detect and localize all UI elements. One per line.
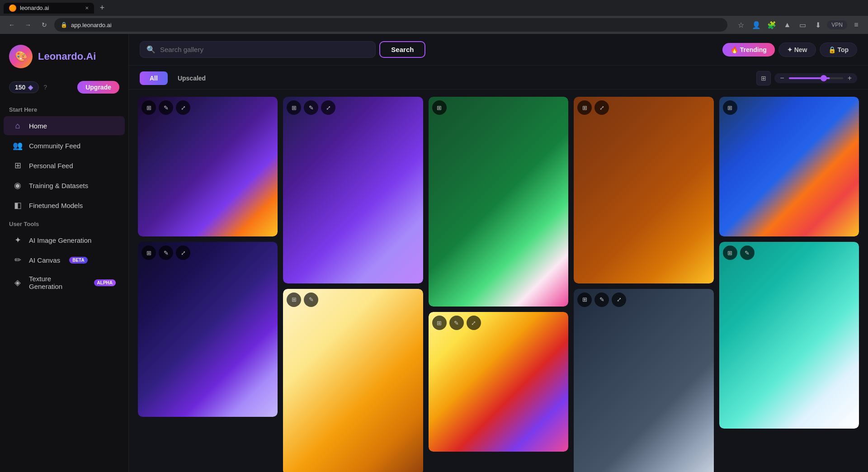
sidebar-item-personal-label: Personal Feed <box>29 162 73 170</box>
zoom-slider-container: − + <box>774 73 857 83</box>
top-tab[interactable]: 🔒 Top <box>820 42 858 57</box>
gallery-item-woman[interactable]: ⊞ ✎ ⤢ <box>283 97 423 283</box>
search-input-wrap[interactable]: 🔍 <box>140 41 376 58</box>
edit-btn-3[interactable]: ✎ <box>304 100 318 115</box>
triangle-btn[interactable]: ▲ <box>781 19 793 31</box>
grid-btn-2[interactable]: ⊞ <box>142 245 156 260</box>
sidebar-item-ai-canvas[interactable]: ✏ AI Canvas BETA <box>4 250 125 269</box>
profile-btn[interactable]: 👤 <box>750 19 763 31</box>
gallery-item-dog[interactable]: ⊞ ✎ <box>283 289 423 472</box>
grid-btn-9[interactable]: ⊞ <box>723 100 737 115</box>
sidebar-item-finetuned[interactable]: ◧ Finetuned Models <box>4 196 125 215</box>
vpn-badge[interactable]: VPN <box>827 20 847 29</box>
sidebar-item-finetuned-label: Finetuned Models <box>29 202 83 209</box>
gallery-item-hieroglyphs[interactable]: ⊞ ⤢ <box>574 97 713 283</box>
save-btn[interactable]: ⬇ <box>811 19 824 31</box>
zoom-minus-btn[interactable]: − <box>779 74 785 82</box>
sidebar-item-ai-canvas-label: AI Canvas <box>29 256 60 264</box>
credits-row: 150 ◈ ? Upgrade <box>0 77 128 101</box>
search-input[interactable] <box>160 46 369 53</box>
expand-btn-6[interactable]: ⤢ <box>467 316 481 330</box>
grid-btn-8[interactable]: ⊞ <box>577 293 592 307</box>
new-tab[interactable]: ✦ New <box>778 42 816 57</box>
extension-btn[interactable]: 🧩 <box>765 19 778 31</box>
ai-image-icon: ✦ <box>13 235 23 245</box>
training-icon: ◉ <box>13 180 23 190</box>
credits-help-icon[interactable]: ? <box>43 84 47 91</box>
active-tab[interactable]: 🟠 leonardo.ai × <box>4 3 94 14</box>
sidebar-item-ai-image-label: AI Image Generation <box>29 236 91 244</box>
beta-badge: BETA <box>69 257 87 264</box>
zoom-plus-btn[interactable]: + <box>847 74 853 82</box>
new-tab-btn[interactable]: + <box>96 2 108 14</box>
upscaled-tab[interactable]: Upscaled <box>168 71 216 85</box>
sidebar-item-home[interactable]: ⌂ Home <box>4 116 125 135</box>
edit-btn-2[interactable]: ✎ <box>159 245 173 260</box>
overlay-lion: ⊞ ✎ ⤢ <box>432 316 481 330</box>
credits-icon: ◈ <box>28 84 33 91</box>
grid-btn-5[interactable]: ⊞ <box>432 100 447 115</box>
sidebar-item-community-feed[interactable]: 👥 Community Feed <box>4 136 125 155</box>
grid-view-btn[interactable]: ⊞ <box>756 71 771 85</box>
overlay-tree: ⊞ ✎ ⤢ <box>142 245 190 260</box>
edit-btn-10[interactable]: ✎ <box>740 245 755 260</box>
expand-btn-1[interactable]: ⤢ <box>176 100 190 115</box>
ai-canvas-icon: ✏ <box>13 255 23 265</box>
sidebar-item-personal-feed[interactable]: ⊞ Personal Feed <box>4 156 125 175</box>
search-button[interactable]: Search <box>379 41 425 58</box>
back-btn[interactable]: ← <box>5 19 18 31</box>
edit-btn-1[interactable]: ✎ <box>159 100 173 115</box>
expand-btn-2[interactable]: ⤢ <box>176 245 190 260</box>
trending-tab[interactable]: 🔥 Trending <box>722 43 775 57</box>
search-container: 🔍 Search <box>140 41 425 58</box>
gallery-item-tree[interactable]: ⊞ ✎ ⤢ <box>138 242 278 417</box>
overlay-warrior: ⊞ ✎ ⤢ <box>577 293 626 307</box>
gallery-item-pinkgirl[interactable]: ⊞ <box>429 97 568 307</box>
grid-btn-7[interactable]: ⊞ <box>577 100 592 115</box>
tab-favicon: 🟠 <box>9 5 16 12</box>
gallery-item-rocket[interactable]: ⊞ ✎ ⤢ <box>138 97 278 236</box>
all-tab[interactable]: All <box>140 71 168 85</box>
gallery-grid: ⊞ ✎ ⤢ ⊞ ✎ ⤢ ⊞ ✎ ⤢ <box>129 90 868 472</box>
grid-btn-4[interactable]: ⊞ <box>287 293 301 307</box>
gallery-item-warrior[interactable]: ⊞ ✎ ⤢ <box>574 289 713 472</box>
bookmark-btn[interactable]: ☆ <box>735 19 747 31</box>
sidebar-item-training[interactable]: ◉ Training & Datasets <box>4 176 125 195</box>
main-content: 🔍 Search 🔥 Trending ✦ New 🔒 Top All Upsc… <box>129 34 868 472</box>
gallery-item-koala[interactable]: ⊞ ✎ <box>719 242 859 429</box>
browser-chrome: 🟠 leonardo.ai × + ← → ↻ 🔒 app.leonardo.a… <box>0 0 868 34</box>
desktop-btn[interactable]: ▭ <box>796 19 809 31</box>
tab-close-btn[interactable]: × <box>85 5 89 11</box>
edit-btn-4[interactable]: ✎ <box>304 293 318 307</box>
overlay-flowers: ⊞ <box>723 100 737 115</box>
overlay-pinkgirl: ⊞ <box>432 100 447 115</box>
grid-btn-10[interactable]: ⊞ <box>723 245 737 260</box>
user-tools-label: User Tools <box>0 215 128 230</box>
expand-btn-7[interactable]: ⤢ <box>594 100 609 115</box>
menu-btn[interactable]: ≡ <box>850 19 863 31</box>
nav-actions: ☆ 👤 🧩 ▲ ▭ ⬇ VPN ≡ <box>735 19 863 31</box>
gallery-item-flowers[interactable]: ⊞ <box>719 97 859 236</box>
sidebar-item-training-label: Training & Datasets <box>29 182 88 189</box>
tab-title: leonardo.ai <box>20 5 49 11</box>
sidebar-item-home-label: Home <box>29 122 47 130</box>
sidebar-item-texture[interactable]: ◈ Texture Generation ALPHA <box>4 270 125 295</box>
edit-btn-6[interactable]: ✎ <box>449 316 464 330</box>
credits-badge: 150 ◈ <box>9 81 39 93</box>
address-bar[interactable]: 🔒 app.leonardo.ai <box>54 18 727 32</box>
forward-btn[interactable]: → <box>22 19 34 31</box>
grid-btn-1[interactable]: ⊞ <box>142 100 156 115</box>
sidebar-item-ai-image[interactable]: ✦ AI Image Generation <box>4 231 125 250</box>
reload-btn[interactable]: ↻ <box>38 19 51 31</box>
gallery-item-lion[interactable]: ⊞ ✎ ⤢ <box>429 312 568 452</box>
zoom-slider[interactable] <box>789 77 843 79</box>
search-icon: 🔍 <box>146 45 156 54</box>
upgrade-button[interactable]: Upgrade <box>77 81 119 94</box>
filter-tabs: 🔥 Trending ✦ New 🔒 Top <box>722 42 857 57</box>
overlay-dog: ⊞ ✎ <box>287 293 318 307</box>
grid-btn-6[interactable]: ⊞ <box>432 316 447 330</box>
expand-btn-8[interactable]: ⤢ <box>612 293 626 307</box>
edit-btn-8[interactable]: ✎ <box>594 293 609 307</box>
grid-btn-3[interactable]: ⊞ <box>287 100 301 115</box>
expand-btn-3[interactable]: ⤢ <box>321 100 335 115</box>
